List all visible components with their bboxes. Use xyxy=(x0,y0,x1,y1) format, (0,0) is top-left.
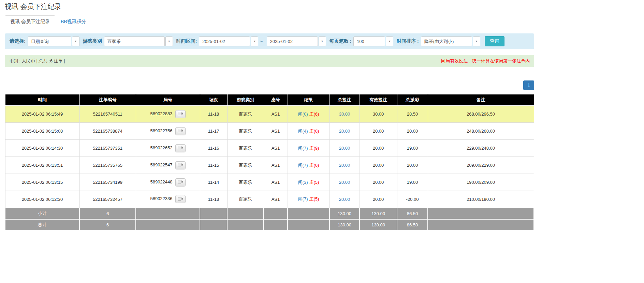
chevron-down-icon[interactable]: ▼ xyxy=(72,36,79,46)
total-bet-link[interactable]: 20.00 xyxy=(339,129,350,134)
chevron-down-icon[interactable]: ▼ xyxy=(473,36,480,46)
total-bet-cell: 20.00 xyxy=(330,191,360,208)
empty-cell xyxy=(428,219,534,230)
empty-cell xyxy=(227,208,264,219)
time-cell: 2025-01-02 06:13:51 xyxy=(5,157,79,174)
tab-bb-video-points[interactable]: BB视讯积分 xyxy=(55,15,92,28)
result-player: 闲(0) xyxy=(298,111,308,117)
video-replay-button[interactable] xyxy=(175,161,186,169)
round-cell: 589022756 xyxy=(136,123,200,140)
page-size-select[interactable]: 100 ▼ xyxy=(353,36,393,46)
video-replay-button[interactable] xyxy=(175,195,186,203)
note-cell: 210.00/190.00 xyxy=(428,191,534,208)
table-row: 2025-01-02 06:15:49 522165740511 5890228… xyxy=(5,106,534,123)
video-replay-button[interactable] xyxy=(175,110,186,118)
video-replay-button[interactable] xyxy=(175,144,186,152)
tab-video-bet-records[interactable]: 视讯 会员下注纪录 xyxy=(5,15,55,28)
round-id: 589022652 xyxy=(150,145,172,150)
video-replay-button[interactable] xyxy=(175,178,186,187)
game-type-cell: 百家乐 xyxy=(227,123,264,140)
result-banker: 庄(0) xyxy=(309,129,319,134)
total-bet-link[interactable]: 30.00 xyxy=(339,111,350,117)
session-cell: 11-15 xyxy=(200,157,227,174)
empty-cell xyxy=(428,208,534,219)
total-total-bet: 130.00 xyxy=(330,219,360,230)
total-bet-link[interactable]: 20.00 xyxy=(339,146,350,151)
result-cell: 闲(7)庄(0) xyxy=(288,157,330,174)
column-header: 时间 xyxy=(5,94,79,106)
video-replay-button[interactable] xyxy=(175,127,186,135)
chevron-down-icon[interactable]: ▼ xyxy=(165,36,173,46)
chevron-down-icon[interactable]: ▼ xyxy=(319,36,326,46)
note-cell: 248.00/268.00 xyxy=(428,123,534,140)
total-bet-link[interactable]: 20.00 xyxy=(339,180,350,185)
round-cell: 589022652 xyxy=(136,140,200,157)
result-banker: 庄(5) xyxy=(309,180,319,185)
column-header: 总投注 xyxy=(330,94,360,106)
round-id: 589022448 xyxy=(150,179,172,184)
round-cell: 589022883 xyxy=(136,106,200,123)
game-type-cell: 百家乐 xyxy=(227,157,264,174)
time-range-label: 时间区间: xyxy=(176,38,197,44)
empty-cell xyxy=(200,219,227,230)
bet-id-cell: 522165740511 xyxy=(79,106,136,123)
video-camera-icon xyxy=(178,111,183,117)
subtotal-total-bet: 130.00 xyxy=(330,208,360,219)
date-from-select[interactable]: 2025-01-02 ▼ xyxy=(199,36,258,46)
game-type-cell: 百家乐 xyxy=(227,140,264,157)
bet-id-cell: 522165738874 xyxy=(79,123,136,140)
table-header-row: 时间注单编号局号场次游戏类别桌号结果总投注有效投注总派彩备注 xyxy=(5,94,534,106)
table-row: 2025-01-02 06:12:30 522165732457 5890223… xyxy=(5,191,534,208)
payout-cell: 28.50 xyxy=(397,106,428,123)
column-header: 有效投注 xyxy=(360,94,397,106)
result-banker: 庄(5) xyxy=(309,196,319,202)
table-footer: 小计 6 130.00 130.00 86.50 总计 6 1 xyxy=(5,208,534,230)
time-cell: 2025-01-02 06:15:08 xyxy=(5,123,79,140)
chevron-down-icon[interactable]: ▼ xyxy=(386,36,393,46)
table-row: 2025-01-02 06:14:30 522165737351 5890226… xyxy=(5,140,534,157)
date-type-select[interactable]: 日期查询 ▼ xyxy=(28,36,79,46)
time-cell: 2025-01-02 06:15:49 xyxy=(5,106,79,123)
round-id: 589022756 xyxy=(150,128,172,133)
sort-order-select[interactable]: 降幂(由大到小) ▼ xyxy=(421,36,480,46)
subtotal-row: 小计 6 130.00 130.00 86.50 xyxy=(5,208,534,219)
video-camera-icon xyxy=(178,146,183,151)
result-player: 闲(3) xyxy=(298,180,308,185)
date-to-value: 2025-01-02 xyxy=(267,36,318,46)
empty-cell xyxy=(288,219,330,230)
game-type-cell: 百家乐 xyxy=(227,191,264,208)
sort-order-value: 降幂(由大到小) xyxy=(421,36,472,46)
empty-cell xyxy=(264,219,288,230)
valid-bet-cell: 20.00 xyxy=(360,191,397,208)
result-banker: 庄(9) xyxy=(309,146,319,151)
total-bet-link[interactable]: 20.00 xyxy=(339,197,350,202)
valid-bet-cell: 20.00 xyxy=(360,157,397,174)
note-cell: 209.00/229.00 xyxy=(428,157,534,174)
column-header: 桌号 xyxy=(264,94,288,106)
select-label: 请选择: xyxy=(10,38,26,44)
video-camera-icon xyxy=(178,163,183,168)
page-button-1[interactable]: 1 xyxy=(523,80,534,90)
column-header: 游戏类别 xyxy=(227,94,264,106)
result-cell: 闲(7)庄(9) xyxy=(288,140,330,157)
column-header: 结果 xyxy=(288,94,330,106)
table-header: 时间注单编号局号场次游戏类别桌号结果总投注有效投注总派彩备注 xyxy=(5,94,534,106)
game-type-select[interactable]: 百家乐 ▼ xyxy=(104,36,173,46)
subtotal-payout: 86.50 xyxy=(397,208,428,219)
total-bet-cell: 20.00 xyxy=(330,174,360,191)
column-header: 注单编号 xyxy=(79,94,136,106)
column-header: 备注 xyxy=(428,94,534,106)
chevron-down-icon[interactable]: ▼ xyxy=(251,36,258,46)
total-bet-cell: 30.00 xyxy=(330,106,360,123)
bet-id-cell: 522165735765 xyxy=(79,157,136,174)
date-to-select[interactable]: 2025-01-02 ▼ xyxy=(267,36,326,46)
tab-bar: 视讯 会员下注纪录 BB视讯积分 xyxy=(5,15,534,28)
table-no-cell: AS1 xyxy=(264,106,288,123)
search-button[interactable]: 查询 xyxy=(485,36,504,46)
time-cell: 2025-01-02 06:13:15 xyxy=(5,174,79,191)
total-bet-link[interactable]: 20.00 xyxy=(339,163,350,168)
table-row: 2025-01-02 06:13:51 522165735765 5890225… xyxy=(5,157,534,174)
round-cell: 589022336 xyxy=(136,191,200,208)
empty-cell xyxy=(136,208,200,219)
result-player: 闲(7) xyxy=(298,163,308,168)
